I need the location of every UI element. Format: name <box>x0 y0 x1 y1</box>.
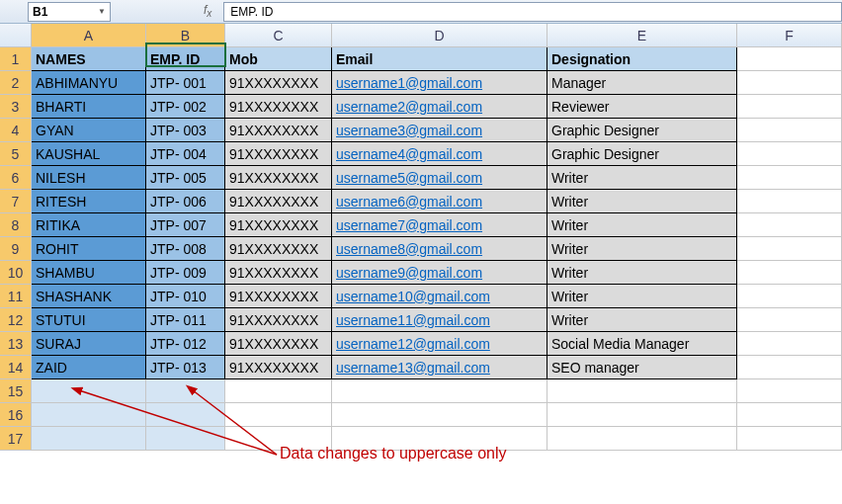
cell-E13[interactable]: Social Media Manager <box>547 332 737 356</box>
cell-C2[interactable]: 91XXXXXXXX <box>225 71 332 95</box>
cell-E3[interactable]: Reviewer <box>547 95 737 119</box>
cell-B14[interactable]: JTP- 013 <box>146 356 225 379</box>
row-header-16[interactable]: 16 <box>0 403 32 427</box>
cell-B13[interactable]: JTP- 012 <box>146 332 225 356</box>
cell-D5[interactable]: username4@gmail.com <box>332 142 547 166</box>
cell-B7[interactable]: JTP- 006 <box>146 190 225 213</box>
cell-A11[interactable]: SHASHANK <box>32 285 146 308</box>
cell-F12[interactable] <box>737 308 842 332</box>
cell-E2[interactable]: Manager <box>547 71 737 95</box>
email-link[interactable]: username12@gmail.com <box>336 336 490 352</box>
cell-E6[interactable]: Writer <box>547 166 737 190</box>
cell-D10[interactable]: username9@gmail.com <box>332 261 547 285</box>
email-link[interactable]: username7@gmail.com <box>336 217 482 233</box>
email-link[interactable]: username11@gmail.com <box>336 312 490 328</box>
fx-icon[interactable]: fx <box>200 3 215 19</box>
email-link[interactable]: username3@gmail.com <box>336 123 482 138</box>
cell-D16[interactable] <box>332 403 547 427</box>
email-link[interactable]: username10@gmail.com <box>336 289 490 304</box>
cell-C11[interactable]: 91XXXXXXXX <box>225 285 332 308</box>
cell-A7[interactable]: RITESH <box>32 190 146 213</box>
cell-C9[interactable]: 91XXXXXXXX <box>225 237 332 261</box>
cell-F8[interactable] <box>737 213 842 237</box>
cell-A16[interactable] <box>32 403 146 427</box>
cell-D14[interactable]: username13@gmail.com <box>332 356 547 379</box>
cell-A6[interactable]: NILESH <box>32 166 146 190</box>
email-link[interactable]: username9@gmail.com <box>336 265 482 281</box>
cell-F15[interactable] <box>737 379 842 403</box>
cell-A1[interactable]: NAMES <box>32 47 146 71</box>
cell-E16[interactable] <box>547 403 737 427</box>
cell-C5[interactable]: 91XXXXXXXX <box>225 142 332 166</box>
cell-C8[interactable]: 91XXXXXXXX <box>225 213 332 237</box>
cell-B4[interactable]: JTP- 003 <box>146 119 225 142</box>
cell-C15[interactable] <box>225 379 332 403</box>
cell-B15[interactable] <box>146 379 225 403</box>
cell-B17[interactable] <box>146 427 225 451</box>
cell-C13[interactable]: 91XXXXXXXX <box>225 332 332 356</box>
col-header-E[interactable]: E <box>547 24 737 47</box>
cell-F14[interactable] <box>737 356 842 379</box>
cell-B12[interactable]: JTP- 011 <box>146 308 225 332</box>
email-link[interactable]: username8@gmail.com <box>336 241 482 257</box>
email-link[interactable]: username4@gmail.com <box>336 146 482 162</box>
cell-B2[interactable]: JTP- 001 <box>146 71 225 95</box>
cell-D8[interactable]: username7@gmail.com <box>332 213 547 237</box>
row-header-7[interactable]: 7 <box>0 190 32 213</box>
spreadsheet-grid[interactable]: ABCDEF1NAMESEMP. IDMobEmailDesignation2A… <box>0 24 842 451</box>
col-header-A[interactable]: A <box>32 24 146 47</box>
cell-C12[interactable]: 91XXXXXXXX <box>225 308 332 332</box>
row-header-8[interactable]: 8 <box>0 213 32 237</box>
cell-F13[interactable] <box>737 332 842 356</box>
col-header-D[interactable]: D <box>332 24 547 47</box>
cell-D12[interactable]: username11@gmail.com <box>332 308 547 332</box>
cell-B10[interactable]: JTP- 009 <box>146 261 225 285</box>
cell-E8[interactable]: Writer <box>547 213 737 237</box>
cell-C7[interactable]: 91XXXXXXXX <box>225 190 332 213</box>
cell-E15[interactable] <box>547 379 737 403</box>
cell-D1[interactable]: Email <box>332 47 547 71</box>
formula-input[interactable]: EMP. ID <box>223 2 842 22</box>
cell-F10[interactable] <box>737 261 842 285</box>
cell-C1[interactable]: Mob <box>225 47 332 71</box>
email-link[interactable]: username5@gmail.com <box>336 170 482 186</box>
row-header-15[interactable]: 15 <box>0 379 32 403</box>
cell-E14[interactable]: SEO manager <box>547 356 737 379</box>
cell-F7[interactable] <box>737 190 842 213</box>
cell-C16[interactable] <box>225 403 332 427</box>
cell-C4[interactable]: 91XXXXXXXX <box>225 119 332 142</box>
cell-D9[interactable]: username8@gmail.com <box>332 237 547 261</box>
row-header-13[interactable]: 13 <box>0 332 32 356</box>
row-header-14[interactable]: 14 <box>0 356 32 379</box>
cell-B3[interactable]: JTP- 002 <box>146 95 225 119</box>
row-header-10[interactable]: 10 <box>0 261 32 285</box>
email-link[interactable]: username13@gmail.com <box>336 360 490 376</box>
email-link[interactable]: username6@gmail.com <box>336 194 482 210</box>
cell-D7[interactable]: username6@gmail.com <box>332 190 547 213</box>
cell-B8[interactable]: JTP- 007 <box>146 213 225 237</box>
cell-B5[interactable]: JTP- 004 <box>146 142 225 166</box>
cell-D2[interactable]: username1@gmail.com <box>332 71 547 95</box>
cell-D11[interactable]: username10@gmail.com <box>332 285 547 308</box>
col-header-F[interactable]: F <box>737 24 842 47</box>
cell-B1[interactable]: EMP. ID <box>146 47 225 71</box>
cell-A8[interactable]: RITIKA <box>32 213 146 237</box>
email-link[interactable]: username2@gmail.com <box>336 99 482 115</box>
cell-E12[interactable]: Writer <box>547 308 737 332</box>
cell-E7[interactable]: Writer <box>547 190 737 213</box>
cell-B11[interactable]: JTP- 010 <box>146 285 225 308</box>
cell-D15[interactable] <box>332 379 547 403</box>
cell-A14[interactable]: ZAID <box>32 356 146 379</box>
row-header-5[interactable]: 5 <box>0 142 32 166</box>
cell-C10[interactable]: 91XXXXXXXX <box>225 261 332 285</box>
cell-C6[interactable]: 91XXXXXXXX <box>225 166 332 190</box>
cell-F16[interactable] <box>737 403 842 427</box>
cell-F1[interactable] <box>737 47 842 71</box>
cell-E11[interactable]: Writer <box>547 285 737 308</box>
row-header-17[interactable]: 17 <box>0 427 32 451</box>
cell-F2[interactable] <box>737 71 842 95</box>
cell-F17[interactable] <box>737 427 842 451</box>
row-header-9[interactable]: 9 <box>0 237 32 261</box>
cell-A9[interactable]: ROHIT <box>32 237 146 261</box>
row-header-12[interactable]: 12 <box>0 308 32 332</box>
